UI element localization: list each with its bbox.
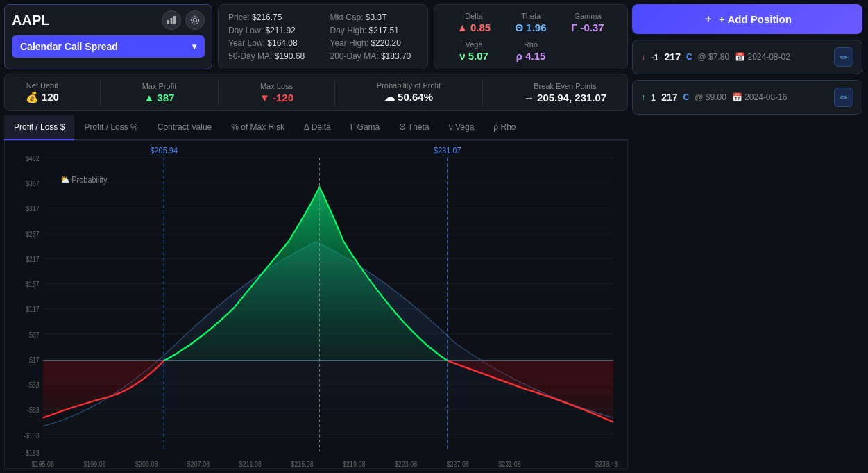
svg-point-4 xyxy=(192,17,199,24)
gamma-label: Gamma xyxy=(574,12,601,20)
max-loss-stat: Max Loss ▼ -120 xyxy=(259,82,293,103)
net-debit-value: 💰 120 xyxy=(26,91,59,103)
prob-label: Probability of Profit xyxy=(377,81,441,90)
svg-text:-$83: -$83 xyxy=(27,406,40,414)
breakeven-stat: Break Even Points → 205.94, 231.07 xyxy=(524,82,606,103)
svg-text:$17: $17 xyxy=(29,356,40,364)
symbol-icons xyxy=(162,10,205,30)
svg-text:$367: $367 xyxy=(26,179,40,188)
svg-text:$211.08: $211.08 xyxy=(239,460,262,468)
position-date-1: 📅 2024-08-02 xyxy=(735,52,790,62)
svg-text:$217: $217 xyxy=(26,255,40,263)
tab-contract-value[interactable]: Contract Value xyxy=(148,115,222,140)
position-type-2: C xyxy=(683,92,690,102)
svg-text:$195.08: $195.08 xyxy=(32,460,55,468)
svg-text:$67: $67 xyxy=(29,331,40,339)
svg-text:$199.08: $199.08 xyxy=(83,460,106,468)
theta-value: Θ 1.96 xyxy=(515,22,546,33)
max-profit-value: ▲ 387 xyxy=(144,92,174,103)
stock-info-box: Price: $216.75 Mkt Cap: $3.3T Day Low: $… xyxy=(218,4,428,69)
right-panel: ＋ + Add Position ↓ -1 217 C @ $7.80 📅 20… xyxy=(632,0,868,473)
breakeven-label: Break Even Points xyxy=(534,82,597,90)
breakeven-value: → 205.94, 231.07 xyxy=(524,92,606,103)
delta-item: Delta ▲ 0.85 xyxy=(445,12,502,33)
divider-2 xyxy=(218,80,219,105)
add-position-button[interactable]: ＋ + Add Position xyxy=(632,4,862,34)
tab-gamma[interactable]: Γ Gama xyxy=(341,115,390,140)
svg-text:$267: $267 xyxy=(26,230,40,238)
theta-item: Theta Θ 1.96 xyxy=(502,12,559,33)
symbol-header: AAPL xyxy=(12,10,205,30)
tab-profit-loss-dollar[interactable]: Profit / Loss $ xyxy=(4,115,74,140)
vega-item: Vega ν 5.07 xyxy=(445,40,502,62)
chart-svg: $205.94 $231.07 $462 $367 $317 $267 $217… xyxy=(5,141,627,468)
ma200-value: 200-Day MA: $183.70 xyxy=(330,51,418,61)
gamma-item: Gamma Γ -0.37 xyxy=(559,12,616,33)
year-low-row: Year Low: $164.08 xyxy=(228,38,316,49)
svg-text:$317: $317 xyxy=(26,205,40,213)
tab-theta[interactable]: Θ Theta xyxy=(389,115,439,140)
tabs-row: Profit / Loss $ Profit / Loss % Contract… xyxy=(4,115,628,140)
svg-text:$219.08: $219.08 xyxy=(343,460,366,468)
divider-3 xyxy=(334,80,335,105)
svg-text:$215.08: $215.08 xyxy=(291,460,314,468)
position-direction-1: ↓ xyxy=(641,52,645,62)
position-type-1: C xyxy=(686,52,692,62)
svg-text:$231.08: $231.08 xyxy=(498,460,521,468)
svg-text:⛅ Probability: ⛅ Probability xyxy=(60,174,108,185)
gamma-value: Γ -0.37 xyxy=(571,22,604,33)
strategy-label: Calendar Call Spread xyxy=(20,41,118,52)
position-date-2: 📅 2024-08-16 xyxy=(732,92,788,102)
position-edit-btn-1[interactable]: ✏ xyxy=(834,47,853,67)
tab-rho[interactable]: ρ Rho xyxy=(484,115,525,140)
svg-rect-1 xyxy=(171,18,173,24)
delta-value: ▲ 0.85 xyxy=(457,22,491,33)
svg-rect-0 xyxy=(167,20,169,24)
day-high-value: Day High: $217.51 xyxy=(330,26,418,35)
svg-text:$231.07: $231.07 xyxy=(434,145,461,156)
stats-row: Net Debit 💰 120 Max Profit ▲ 387 Max Los… xyxy=(4,74,628,111)
rho-item: Rho ρ 4.15 xyxy=(502,40,559,62)
add-position-label: + Add Position xyxy=(719,13,792,25)
left-panel: AAPL xyxy=(0,0,632,473)
position-info-1: ↓ -1 217 C @ $7.80 📅 2024-08-02 xyxy=(641,51,834,63)
strategy-select[interactable]: Calendar Call Spread ▾ xyxy=(12,35,205,58)
tab-delta[interactable]: Δ Delta xyxy=(294,115,341,140)
vega-label: Vega xyxy=(465,40,482,49)
year-low-value: Year Low: $164.08 xyxy=(228,38,316,48)
year-high-value: Year High: $220.20 xyxy=(330,38,418,48)
chevron-down-icon: ▾ xyxy=(192,42,196,51)
rho-label: Rho xyxy=(524,40,538,49)
position-edit-btn-2[interactable]: ✏ xyxy=(834,88,853,107)
theta-label: Theta xyxy=(521,12,541,20)
tab-vega[interactable]: ν Vega xyxy=(439,115,484,140)
position-qty-1: -1 xyxy=(651,52,659,63)
position-strike-1: 217 xyxy=(665,51,681,63)
chart-icon-btn[interactable] xyxy=(162,10,181,30)
position-price-1: @ $7.80 xyxy=(698,52,730,62)
svg-text:-$133: -$133 xyxy=(24,431,40,440)
mkt-cap-row: Mkt Cap: $3.3T xyxy=(330,12,418,24)
svg-point-3 xyxy=(194,19,197,22)
price-row: Price: $216.75 xyxy=(228,12,316,24)
settings-icon-btn[interactable] xyxy=(185,10,205,30)
tab-profit-loss-pct[interactable]: Profit / Loss % xyxy=(74,115,147,140)
rho-value: ρ 4.15 xyxy=(516,50,546,62)
svg-text:$223.08: $223.08 xyxy=(395,460,418,468)
divider-1 xyxy=(100,80,101,105)
chart-area: $205.94 $231.07 $462 $367 $317 $267 $217… xyxy=(4,140,628,469)
position-direction-2: ↑ xyxy=(641,92,645,102)
symbol-box: AAPL xyxy=(4,4,212,69)
svg-text:$203.08: $203.08 xyxy=(135,460,158,468)
position-card-1: ↓ -1 217 C @ $7.80 📅 2024-08-02 ✏ xyxy=(632,40,862,74)
svg-rect-2 xyxy=(173,16,176,24)
main-layout: AAPL xyxy=(0,0,868,473)
day-high-row: Day High: $217.51 xyxy=(330,25,418,37)
year-high-row: Year High: $220.20 xyxy=(330,38,418,49)
symbol-name: AAPL xyxy=(12,13,49,28)
tab-pct-max-risk[interactable]: % of Max Risk xyxy=(221,115,294,140)
ma50-row: 50-Day MA: $190.68 xyxy=(228,51,316,63)
svg-text:$117: $117 xyxy=(26,306,40,314)
max-loss-value: ▼ -120 xyxy=(259,92,293,103)
svg-text:$207.08: $207.08 xyxy=(187,460,210,468)
